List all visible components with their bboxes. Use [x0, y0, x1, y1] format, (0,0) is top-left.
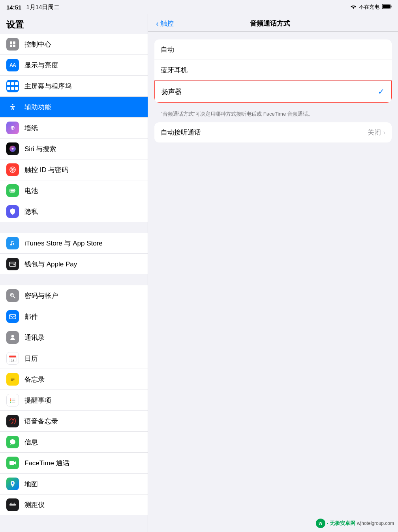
- sidebar-item-display[interactable]: AA 显示与亮度: [0, 55, 148, 76]
- sidebar-item-siri[interactable]: Siri 与搜索: [0, 139, 148, 159]
- sidebar-item-wallet[interactable]: 钱包与 Apple Pay: [0, 254, 148, 274]
- svg-rect-3: [383, 5, 390, 8]
- sidebar-item-itunes[interactable]: iTunes Store 与 App Store: [0, 233, 148, 254]
- back-button[interactable]: ‹ 触控: [156, 19, 174, 28]
- wallet-icon: [6, 258, 19, 270]
- auto-answer-chevron: ›: [383, 129, 385, 136]
- audio-option-bluetooth[interactable]: 蓝牙耳机: [154, 60, 392, 81]
- itunes-label: iTunes Store 与 App Store: [24, 239, 103, 248]
- sidebar-item-privacy[interactable]: 隐私: [0, 201, 148, 222]
- measure-label: 测距仪: [24, 500, 45, 510]
- messages-icon: [6, 436, 19, 448]
- sidebar-item-reminders[interactable]: 提醒事项: [0, 390, 148, 411]
- facetime-label: FaceTime 通话: [24, 459, 69, 468]
- status-right-icons: 不在充电: [350, 4, 392, 11]
- sidebar-item-wallpaper[interactable]: 墙纸: [0, 118, 148, 139]
- bluetooth-label: 蓝牙耳机: [161, 66, 385, 75]
- sidebar-item-homescreen[interactable]: 主屏幕与程序坞: [0, 76, 148, 97]
- passwords-label: 密码与帐户: [24, 291, 58, 300]
- audio-option-auto[interactable]: 自动: [154, 39, 392, 60]
- control-center-icon: [6, 38, 19, 51]
- wallpaper-label: 墙纸: [24, 124, 38, 133]
- svg-point-19: [13, 264, 15, 266]
- accessibility-label: 辅助功能: [24, 103, 51, 112]
- sidebar-section-1: 控制中心 AA 显示与亮度 主屏幕与程序坞: [0, 34, 148, 222]
- sidebar-item-passwords[interactable]: 密码与帐户: [0, 285, 148, 306]
- maps-icon: [6, 478, 19, 490]
- sidebar-item-facetime[interactable]: FaceTime 通话: [0, 453, 148, 474]
- homescreen-icon: [6, 80, 19, 92]
- divider-2: [0, 274, 148, 285]
- auto-label: 自动: [161, 45, 385, 54]
- svg-rect-24: [9, 356, 16, 358]
- svg-point-13: [12, 169, 13, 170]
- itunes-icon: [6, 237, 19, 249]
- svg-rect-15: [15, 190, 16, 191]
- watermark: W · 无极安卓网 wjhotelgroup.com: [316, 519, 394, 528]
- privacy-icon: [6, 205, 19, 218]
- svg-point-28: [10, 400, 11, 401]
- audio-option-speaker[interactable]: 扬声器 ✓: [154, 81, 392, 103]
- auto-answer-value: 关闭: [368, 128, 381, 137]
- homescreen-label: 主屏幕与程序坞: [24, 82, 71, 91]
- battery-settings-icon: [6, 184, 19, 197]
- sidebar-item-accessibility[interactable]: 辅助功能: [0, 97, 148, 118]
- svg-text:14: 14: [11, 359, 14, 362]
- siri-label: Siri 与搜索: [24, 144, 56, 154]
- back-label: 触控: [160, 19, 174, 28]
- right-content: 自动 蓝牙耳机 扬声器 ✓ "音频通话方式"可决定用哪种方式接听电话或 Face…: [148, 32, 398, 532]
- display-icon: AA: [6, 59, 19, 71]
- svg-rect-32: [9, 504, 16, 506]
- svg-rect-2: [391, 6, 392, 7]
- mail-icon: [6, 310, 19, 323]
- voice-memo-label: 语音备忘录: [24, 417, 58, 426]
- privacy-label: 隐私: [24, 207, 38, 216]
- svg-rect-5: [13, 41, 15, 44]
- maps-label: 地图: [24, 480, 38, 489]
- sidebar-item-messages[interactable]: 信息: [0, 432, 148, 453]
- sidebar-item-mail[interactable]: 邮件: [0, 306, 148, 327]
- battery-status-text: 不在充电: [359, 4, 379, 11]
- right-header: ‹ 触控 音频通话方式: [148, 14, 398, 32]
- sidebar-item-voice-memo[interactable]: 语音备忘录: [0, 411, 148, 432]
- sidebar-section-2: iTunes Store 与 App Store 钱包与 Apple Pay: [0, 233, 148, 274]
- svg-rect-18: [9, 263, 16, 264]
- measure-icon: [6, 498, 19, 511]
- svg-rect-30: [9, 461, 14, 465]
- svg-rect-21: [9, 315, 16, 319]
- sidebar-item-maps[interactable]: 地图: [0, 474, 148, 495]
- sidebar-item-notes[interactable]: 备忘录: [0, 369, 148, 390]
- auto-answer-item[interactable]: 自动接听通话 关闭 ›: [154, 122, 392, 142]
- sidebar-item-contacts[interactable]: 通讯录: [0, 327, 148, 348]
- svg-point-31: [12, 482, 13, 484]
- battery-label: 电池: [24, 186, 38, 195]
- passwords-icon: [6, 289, 19, 302]
- svg-rect-7: [13, 45, 15, 47]
- wifi-icon: [350, 4, 357, 10]
- sidebar-item-battery[interactable]: 电池: [0, 180, 148, 201]
- status-time: 14:51: [6, 4, 21, 11]
- svg-rect-16: [11, 190, 14, 192]
- svg-rect-4: [10, 41, 12, 44]
- auto-answer-card: 自动接听通话 关闭 ›: [154, 122, 392, 142]
- back-chevron-icon: ‹: [156, 19, 159, 28]
- checkmark-icon: ✓: [378, 87, 385, 96]
- auto-answer-label: 自动接听通话: [161, 128, 368, 137]
- status-date: 1月14日周二: [26, 4, 60, 11]
- calendar-icon: 14: [6, 352, 19, 365]
- svg-point-29: [10, 402, 11, 403]
- sidebar-item-calendar[interactable]: 14 日历: [0, 348, 148, 369]
- sidebar-item-control-center[interactable]: 控制中心: [0, 34, 148, 55]
- audio-description: "音频通话方式"可决定用哪种方式接听电话或 FaceTime 音频通话。: [154, 107, 392, 122]
- facetime-icon: [6, 457, 19, 469]
- right-panel: ‹ 触控 音频通话方式 自动 蓝牙耳机 扬声器 ✓: [148, 14, 398, 532]
- speaker-label: 扬声器: [161, 87, 378, 96]
- sidebar-item-measure[interactable]: 测距仪: [0, 495, 148, 515]
- sidebar: 设置 控制中心 AA 显示与亮度: [0, 14, 148, 532]
- voice-memo-icon: [6, 415, 19, 427]
- sidebar-item-touchid[interactable]: 触控 ID 与密码: [0, 159, 148, 180]
- battery-icon: [382, 4, 392, 10]
- svg-point-0: [353, 8, 354, 9]
- control-center-label: 控制中心: [24, 40, 51, 49]
- divider-1: [0, 222, 148, 233]
